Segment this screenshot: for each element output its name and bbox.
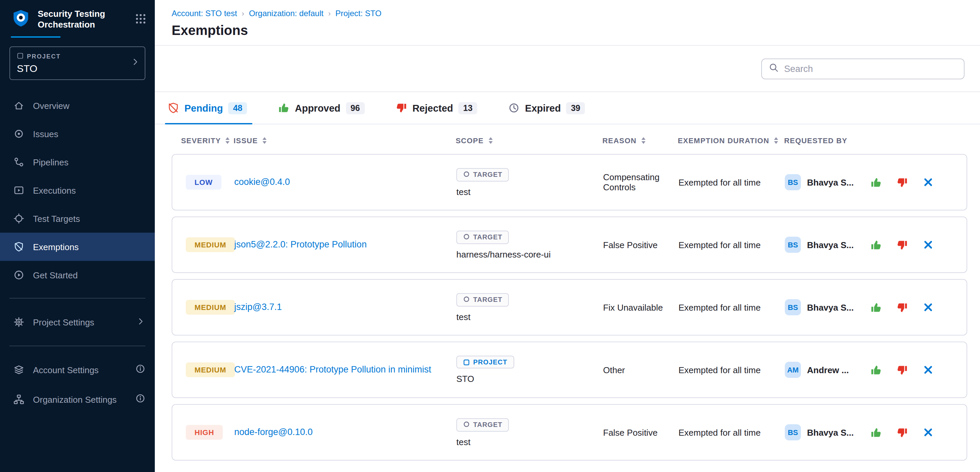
- sidebar-item-exemptions[interactable]: Exemptions: [0, 233, 155, 261]
- approve-button[interactable]: [870, 302, 882, 313]
- approve-button[interactable]: [870, 176, 882, 188]
- approve-button[interactable]: [870, 364, 882, 375]
- tab-label: Approved: [295, 103, 340, 113]
- sidebar-item-organization-settings[interactable]: Organization Settings: [0, 385, 155, 414]
- exemption-reason: Other: [603, 342, 678, 398]
- column-header-reason[interactable]: REASON: [602, 136, 678, 144]
- exemption-reason: False Positive: [603, 405, 678, 460]
- shield-slash-icon: [168, 102, 179, 114]
- tab-approved[interactable]: Approved 96: [278, 92, 364, 124]
- tab-label: Pending: [185, 103, 223, 113]
- breadcrumb: Account: STO test › Organization: defaul…: [172, 9, 964, 19]
- tab-label: Expired: [525, 103, 561, 113]
- cancel-button[interactable]: [923, 427, 934, 438]
- column-header-severity[interactable]: SEVERITY: [172, 136, 234, 144]
- column-header-scope[interactable]: SCOPE: [456, 136, 602, 144]
- project-icon: [17, 52, 24, 60]
- table-row: MEDIUM json5@2.2.0: Prototype Pollution …: [172, 217, 967, 273]
- scope-type: TARGET: [473, 233, 503, 241]
- tab-label: Rejected: [412, 103, 453, 113]
- target-circle-icon: [463, 233, 470, 241]
- requested-by-name: Andrew ...: [807, 365, 849, 375]
- target-circle-icon: [463, 421, 470, 429]
- sidebar-item-project-settings[interactable]: Project Settings: [0, 307, 155, 337]
- cancel-button[interactable]: [923, 177, 934, 188]
- gear-icon: [13, 317, 24, 328]
- column-header-requested-by: REQUESTED BY: [784, 136, 870, 144]
- info-icon[interactable]: [135, 364, 145, 376]
- executions-icon: [13, 185, 24, 196]
- layers-icon: [13, 364, 24, 375]
- cancel-button[interactable]: [923, 239, 934, 250]
- module-grid-icon[interactable]: [136, 14, 145, 24]
- reject-button[interactable]: [897, 364, 908, 375]
- project-box-icon: [463, 359, 470, 366]
- issue-link[interactable]: cookie@0.4.0: [234, 176, 301, 189]
- sidebar-item-label: Project Settings: [33, 317, 94, 327]
- sidebar-item-get-started[interactable]: Get Started: [0, 261, 155, 289]
- reject-button[interactable]: [897, 239, 908, 250]
- severity-badge: MEDIUM: [186, 363, 235, 377]
- sidebar-item-account-settings[interactable]: Account Settings: [0, 355, 155, 385]
- breadcrumb-project-link[interactable]: Project: STO: [336, 9, 382, 19]
- sort-icon[interactable]: [488, 137, 492, 144]
- sidebar-item-issues[interactable]: Issues: [0, 120, 155, 148]
- column-header-exemption-duration[interactable]: EXEMPTION DURATION: [678, 136, 784, 144]
- tab-pending[interactable]: Pending 48: [168, 92, 247, 124]
- requested-by-name: Bhavya S...: [807, 302, 854, 312]
- sort-icon[interactable]: [774, 137, 778, 144]
- sidebar-item-test-targets[interactable]: Test Targets: [0, 204, 155, 233]
- app-window: Security Testing Orchestration PROJECT S…: [0, 0, 980, 472]
- chevron-right-icon: [130, 57, 140, 69]
- approve-button[interactable]: [870, 427, 882, 438]
- clock-icon: [508, 102, 520, 114]
- sort-icon[interactable]: [226, 137, 229, 144]
- reject-button[interactable]: [897, 427, 908, 438]
- approve-button[interactable]: [870, 239, 882, 250]
- scope-name: test: [457, 437, 471, 447]
- scope-badge: TARGET: [457, 293, 509, 306]
- exemption-reason: Fix Unavailable: [603, 280, 678, 335]
- table-row: MEDIUM jszip@3.7.1 TARGET test Fix Unava…: [172, 279, 967, 336]
- reject-button[interactable]: [897, 302, 908, 313]
- scope-type: TARGET: [473, 171, 503, 178]
- search-box: [761, 58, 964, 79]
- scope-badge: TARGET: [457, 168, 509, 181]
- breadcrumb-organization-link[interactable]: Organization: default: [249, 9, 324, 19]
- search-icon: [768, 62, 779, 75]
- tab-rejected[interactable]: Rejected 13: [395, 92, 477, 124]
- reject-button[interactable]: [897, 176, 908, 188]
- sidebar-item-overview[interactable]: Overview: [0, 92, 155, 120]
- sidebar-item-executions[interactable]: Executions: [0, 176, 155, 204]
- sidebar-item-label: Organization Settings: [33, 394, 117, 404]
- issues-icon: [13, 128, 24, 139]
- project-selector[interactable]: PROJECT STO: [10, 46, 145, 80]
- severity-badge: LOW: [186, 175, 221, 190]
- issue-link[interactable]: node-forge@0.10.0: [234, 426, 323, 439]
- column-header-issue[interactable]: ISSUE: [234, 136, 456, 144]
- scope-type: TARGET: [473, 421, 503, 428]
- status-tabs: Pending 48 Approved 96 Rejected 13: [155, 92, 980, 124]
- cancel-button[interactable]: [923, 302, 934, 313]
- severity-badge: MEDIUM: [186, 300, 235, 315]
- home-icon: [13, 100, 24, 111]
- search-input[interactable]: [784, 63, 957, 74]
- sort-icon[interactable]: [262, 137, 267, 144]
- sort-icon[interactable]: [641, 137, 645, 144]
- issue-link[interactable]: json5@2.2.0: Prototype Pollution: [234, 238, 378, 252]
- target-circle-icon: [463, 170, 470, 179]
- sidebar-item-pipelines[interactable]: Pipelines: [0, 148, 155, 176]
- breadcrumb-account-link[interactable]: Account: STO test: [172, 9, 237, 19]
- avatar: AM: [785, 362, 801, 378]
- table-row: LOW cookie@0.4.0 TARGET test Compensatin…: [172, 154, 967, 211]
- info-icon[interactable]: [135, 393, 145, 405]
- cancel-button[interactable]: [923, 364, 934, 375]
- sidebar-item-label: Test Targets: [33, 214, 80, 223]
- exemption-reason: Compensating Controls: [603, 155, 678, 210]
- module-accent-line: [11, 36, 60, 38]
- tab-expired[interactable]: Expired 39: [508, 92, 585, 124]
- issue-link[interactable]: CVE-2021-44906: Prototype Pollution in m…: [234, 363, 442, 377]
- chevron-right-icon: [136, 316, 145, 328]
- issue-link[interactable]: jszip@3.7.1: [234, 301, 293, 314]
- exemption-duration: Exempted for all time: [678, 280, 785, 335]
